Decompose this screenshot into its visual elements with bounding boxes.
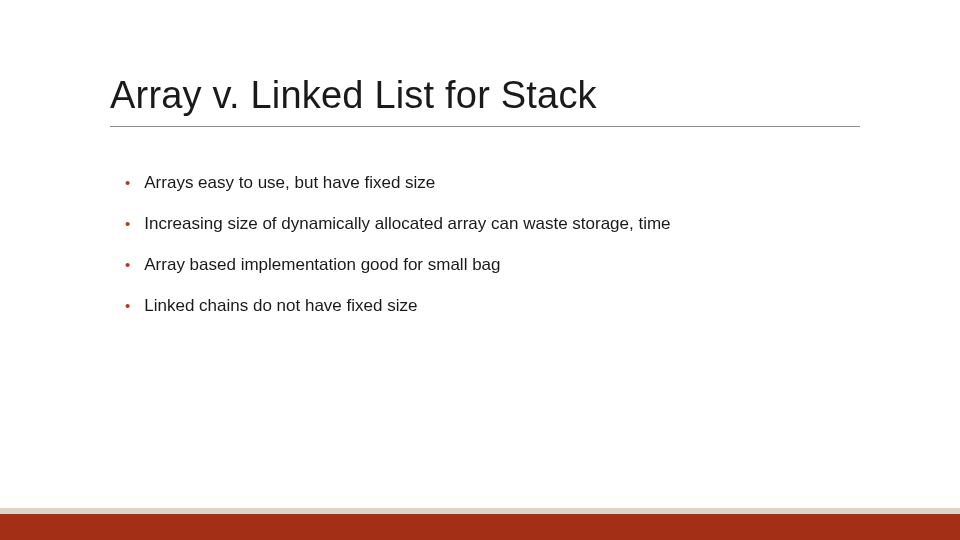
bullet-text: Array based implementation good for smal… [144, 254, 500, 276]
bullet-text: Increasing size of dynamically allocated… [144, 213, 670, 235]
bullet-icon: • [125, 254, 130, 276]
bullet-icon: • [125, 172, 130, 194]
footer-accent-dark [0, 514, 960, 540]
bullet-list: • Arrays easy to use, but have fixed siz… [125, 172, 845, 336]
bullet-icon: • [125, 213, 130, 235]
title-underline [110, 126, 860, 127]
slide: Array v. Linked List for Stack • Arrays … [0, 0, 960, 540]
list-item: • Increasing size of dynamically allocat… [125, 213, 845, 235]
list-item: • Linked chains do not have fixed size [125, 295, 845, 317]
footer-bar [0, 508, 960, 540]
bullet-text: Arrays easy to use, but have fixed size [144, 172, 435, 194]
bullet-text: Linked chains do not have fixed size [144, 295, 417, 317]
list-item: • Array based implementation good for sm… [125, 254, 845, 276]
list-item: • Arrays easy to use, but have fixed siz… [125, 172, 845, 194]
bullet-icon: • [125, 295, 130, 317]
slide-title: Array v. Linked List for Stack [110, 74, 597, 117]
